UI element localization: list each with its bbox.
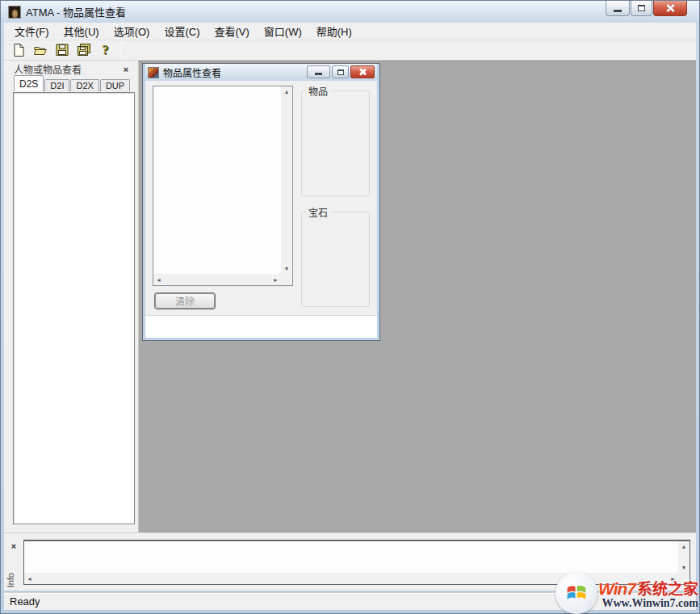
item-property-child-window: 物品属性查看 ▲ ▼ ◄ xyxy=(142,63,380,341)
child-title-bar[interactable]: 物品属性查看 xyxy=(145,64,377,81)
item-groupbox: 物品 xyxy=(301,90,370,196)
maximize-button[interactable] xyxy=(631,1,652,16)
info-scroll-up-icon[interactable]: ▲ xyxy=(679,541,690,552)
horizontal-scrollbar[interactable]: ◄ ► xyxy=(153,274,281,285)
help-button[interactable]: ? xyxy=(96,41,115,59)
clear-button[interactable]: 清除 xyxy=(155,293,215,309)
save-icon xyxy=(55,43,69,57)
dock-close-button[interactable]: × xyxy=(120,64,132,74)
scrollbar-corner xyxy=(281,274,292,285)
child-close-icon xyxy=(358,68,367,76)
vertical-scrollbar[interactable]: ▲ ▼ xyxy=(281,86,292,274)
item-list-content[interactable] xyxy=(153,86,281,274)
watermark-url: Www.Winwin7.com xyxy=(601,597,698,610)
close-icon xyxy=(665,3,675,13)
main-window: ATMA - 物品属性查看 文件(F) 其他(U) 选项(O) 设置(C) 查看… xyxy=(0,0,700,614)
mdi-client-area: 物品属性查看 ▲ ▼ ◄ xyxy=(138,61,696,532)
character-item-panel: 人物或物品查看 × D2S D2I D2X DUP xyxy=(4,61,138,532)
info-vertical-scrollbar[interactable]: ▲ ▼ xyxy=(678,541,690,573)
title-bar: ATMA - 物品属性查看 xyxy=(1,1,699,23)
item-listbox[interactable]: ▲ ▼ ◄ ► xyxy=(153,86,293,286)
open-folder-icon xyxy=(33,43,48,57)
info-panel-label: Info xyxy=(6,573,15,587)
menu-view[interactable]: 查看(V) xyxy=(207,21,256,41)
winwin7-watermark: Win7 系统之家 Www.Winwin7.com xyxy=(555,572,698,614)
child-window-icon xyxy=(148,67,159,78)
child-window-body: ▲ ▼ ◄ ► 物品 宝石 清 xyxy=(145,81,377,338)
watermark-brand-en: Win7 xyxy=(598,579,635,599)
help-icon: ? xyxy=(103,43,109,57)
child-restore-button[interactable] xyxy=(332,65,349,78)
open-file-button[interactable] xyxy=(31,41,49,59)
menu-window[interactable]: 窗口(W) xyxy=(257,21,309,41)
window-title: ATMA - 物品属性查看 xyxy=(26,4,126,19)
minimize-icon xyxy=(614,10,622,12)
scroll-left-icon[interactable]: ◄ xyxy=(153,275,164,285)
info-scroll-left-icon[interactable]: ◄ xyxy=(24,574,35,584)
child-minimize-button[interactable] xyxy=(307,65,330,78)
scroll-up-icon[interactable]: ▲ xyxy=(282,86,292,97)
scroll-down-icon[interactable]: ▼ xyxy=(282,263,292,274)
new-document-icon xyxy=(11,43,26,57)
info-text-content[interactable] xyxy=(24,541,678,573)
file-list[interactable] xyxy=(13,92,135,524)
child-bottom-strip xyxy=(145,315,377,338)
file-type-tabs: D2S D2I D2X DUP xyxy=(9,76,136,92)
menu-help[interactable]: 帮助(H) xyxy=(309,21,359,41)
tab-dup[interactable]: DUP xyxy=(100,79,130,92)
watermark-brand-cn: 系统之家 xyxy=(637,577,698,599)
child-window-title: 物品属性查看 xyxy=(163,65,221,79)
tab-d2i[interactable]: D2I xyxy=(44,79,69,92)
save-all-button[interactable] xyxy=(74,41,93,59)
save-all-icon xyxy=(77,43,91,57)
close-button[interactable] xyxy=(653,1,687,16)
save-button[interactable] xyxy=(52,41,71,59)
minimize-button[interactable] xyxy=(606,1,630,16)
menu-file[interactable]: 文件(F) xyxy=(7,21,57,41)
child-minimize-icon xyxy=(315,73,322,75)
child-close-button[interactable] xyxy=(350,65,375,78)
toolbar: ? xyxy=(4,40,696,61)
menu-settings[interactable]: 设置(C) xyxy=(157,21,207,41)
menu-options[interactable]: 选项(O) xyxy=(107,21,157,41)
child-restore-icon xyxy=(337,69,344,75)
workspace: 人物或物品查看 × D2S D2I D2X DUP 物品属性查看 xyxy=(4,61,696,532)
item-group-label: 物品 xyxy=(306,84,330,98)
toolbar-separator xyxy=(121,42,122,58)
status-text: Ready xyxy=(10,595,40,608)
menu-other[interactable]: 其他(U) xyxy=(57,21,107,41)
dock-header: 人物或物品查看 × xyxy=(9,62,136,76)
info-close-button[interactable]: × xyxy=(8,540,19,551)
new-file-button[interactable] xyxy=(9,41,27,59)
tab-d2x[interactable]: D2X xyxy=(70,79,99,92)
menu-bar: 文件(F) 其他(U) 选项(O) 设置(C) 查看(V) 窗口(W) 帮助(H… xyxy=(4,23,696,40)
app-icon xyxy=(8,6,21,19)
scroll-right-icon[interactable]: ► xyxy=(270,275,281,285)
restore-icon xyxy=(638,5,645,11)
gem-group-label: 宝石 xyxy=(306,205,330,219)
windows-logo-icon xyxy=(555,572,597,614)
gem-groupbox: 宝石 xyxy=(301,212,370,307)
tab-d2s[interactable]: D2S xyxy=(14,75,44,92)
dock-panel-title: 人物或物品查看 xyxy=(9,62,120,76)
